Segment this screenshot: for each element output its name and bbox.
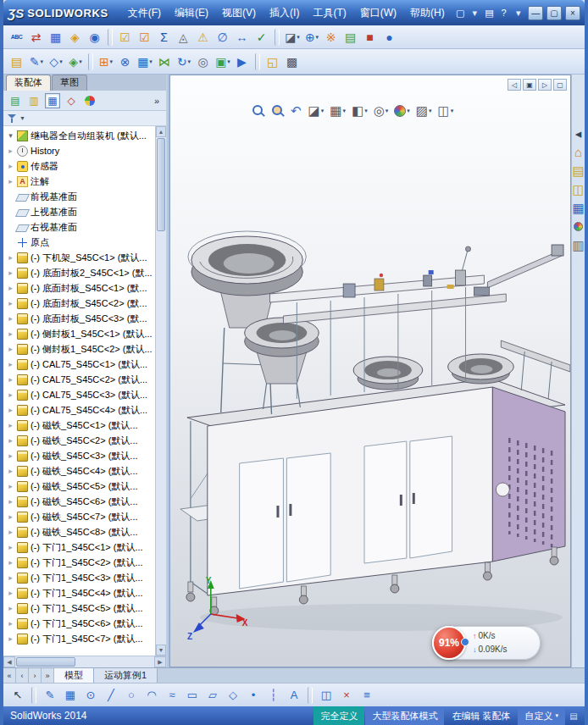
tree-item[interactable]: (-) CAL75_S45C<4> (默认... [3,402,155,418]
selection-filter[interactable]: ☑ [116,28,135,47]
centerline-tool[interactable]: ┆ [264,686,283,705]
tree-expand-arrow[interactable] [7,421,14,429]
design-table[interactable]: ▦ [47,28,65,47]
tree-item-front-plane[interactable]: 前视基准面 [3,189,155,204]
custom-properties[interactable]: ▥ [573,239,585,252]
ellipse-tool[interactable]: ○ [122,686,141,705]
move-component[interactable]: ⊕▾ [302,28,321,47]
scroll-track-horizontal[interactable] [76,656,154,667]
tree-item-root-assembly[interactable]: 继电器全自动组装机 (默认... [3,128,155,143]
line-tool[interactable]: ╱ [102,686,120,705]
arc-tool[interactable]: ◠ [142,686,161,705]
speed-monitor-widget[interactable]: 91% ↑0K/s ↓0.09K/s [432,626,541,660]
tree-expand-arrow[interactable] [7,634,14,643]
smart-dimension[interactable]: ◇▾ [47,53,65,71]
tree-item[interactable]: (-) 下机架_S45C<1> (默认... [3,250,155,265]
maximize-button[interactable]: ▢ [546,6,562,20]
help[interactable]: ? [497,5,510,20]
mass-properties[interactable]: ◬ [175,28,193,47]
scroll-thumb[interactable] [157,138,165,231]
tree-expand-arrow[interactable] [7,314,14,323]
tab-model[interactable]: 模型 [54,668,94,683]
tree-item[interactable]: (-) 磁铁_S45C<8> (默认... [3,524,155,540]
file-explorer[interactable]: ◫ [573,183,585,196]
tree-expand-arrow[interactable] [7,558,14,567]
featuremanager-tree-tab[interactable]: ▤ [8,93,23,108]
propertymanager-tab[interactable]: ▥ [26,93,42,108]
new-document-dropdown[interactable]: ▾ [469,5,481,20]
display-style[interactable]: ◧▾ [352,104,368,117]
rectangle-tool[interactable]: ▭ [183,686,202,705]
tree-expand-arrow[interactable] [7,512,14,521]
3d-viewport[interactable]: Y X Z ↶ ◪▾ ▦▾ [169,75,571,667]
minimize-button[interactable]: — [528,6,543,20]
tree-horizontal-scrollbar[interactable]: ◀ ▶ [3,656,166,667]
tree-expand-arrow[interactable] [7,589,14,597]
linear-component-pattern[interactable]: ▦▾ [136,53,154,71]
tree-expand-arrow[interactable] [7,619,14,628]
scroll-tabs-last[interactable]: » [42,668,54,683]
dimension-check[interactable]: ↔ [233,28,252,47]
view-orientation[interactable]: ▦▾ [330,104,346,117]
close-button[interactable]: × [565,6,580,20]
new-motion-study[interactable]: ▶ [233,53,252,71]
viewport-restore-window[interactable]: ▣ [523,79,536,91]
menu-tools[interactable]: 工具(T) [307,3,352,24]
tree-item[interactable]: (-) 下门1_S45C<3> (默认... [3,570,155,585]
tree-item[interactable]: (-) CAL75_S45C<3> (默认... [3,387,155,402]
tree-expand-arrow[interactable] [7,436,14,445]
tree-expand-arrow[interactable] [7,268,14,277]
polygon-tool[interactable]: ◇ [224,686,242,705]
cabinet-door-1[interactable] [240,458,284,589]
sketch-tool[interactable]: ✎ [41,686,59,705]
import-diagnostics[interactable]: ◈ [66,28,85,47]
smart-fasteners[interactable]: ⋈ [155,53,174,71]
tree-vertical-scrollbar[interactable]: ▲ ▼ [155,126,166,656]
tree-item[interactable]: (-) 底面封板_S45C<2> (默... [3,296,155,311]
tree-item[interactable]: (-) 磁铁_S45C<4> (默认... [3,463,155,479]
tree-item[interactable]: (-) 磁铁_S45C<7> (默认... [3,509,155,524]
status-custom-dropdown[interactable]: 自定义 ▾ [518,706,565,725]
tree-expand-arrow[interactable] [7,299,14,307]
cabinet-door-2[interactable] [286,453,330,582]
displaymanager-tab[interactable] [82,93,97,108]
tree-expand-arrow[interactable] [7,543,14,551]
tree-item[interactable]: (-) 下门1_S45C<2> (默认... [3,555,155,570]
section-view[interactable]: ◪▾ [283,28,302,47]
menu-edit[interactable]: 编辑(E) [169,3,214,24]
tree-item[interactable]: (-) 磁铁_S45C<5> (默认... [3,479,155,494]
status-options-icon[interactable]: ▤ [566,706,581,725]
tab-assembly[interactable]: 装配体 [6,75,51,91]
scroll-left-arrow[interactable]: ◀ [3,656,15,667]
viewport-maximize-window[interactable]: ▢ [553,79,567,91]
move-rotate-component[interactable]: ↻▾ [175,53,193,71]
zoom-to-fit[interactable] [252,104,265,117]
tree-item[interactable]: (-) 侧封板1_S45C<2> (默认... [3,341,155,357]
file-properties[interactable]: ▤ [483,5,496,20]
cabinet-door-4[interactable] [410,436,452,558]
solidworks-resources[interactable]: ⌂ [573,146,585,158]
slot-tool[interactable]: ▱ [203,686,222,705]
equations[interactable]: Σ [155,28,174,47]
dimxpertmanager-tab[interactable]: ◇ [64,93,79,108]
tree-item[interactable]: (-) 下门1_S45C<1> (默认... [3,540,155,555]
tree-item[interactable]: (-) 底面封板2_S45C<1> (默... [3,265,155,280]
scroll-tabs-prev[interactable]: ‹ [16,668,29,683]
design-library[interactable]: ▤ [573,164,585,177]
spell-checker[interactable]: ABC [8,28,26,47]
help-dropdown[interactable]: ▾ [512,5,524,20]
grid-system[interactable]: ▦ [61,686,80,705]
configurationmanager-tab[interactable]: ▦ [45,93,60,108]
show-hidden-components[interactable]: ◎ [194,53,213,71]
tree-item[interactable]: (-) 底面封板_S45C<1> (默... [3,280,155,296]
spline-tool[interactable]: ≈ [163,686,181,705]
menu-view[interactable]: 视图(V) [216,3,262,24]
tree-expand-arrow[interactable] [7,390,14,399]
view-palette[interactable]: ▦ [573,202,585,214]
mate[interactable]: ⊗ [116,53,135,71]
tree-expand-arrow[interactable] [7,528,14,536]
tree-expand-arrow[interactable] [7,573,14,582]
cabinet[interactable] [187,379,565,615]
trim-entities[interactable]: × [337,686,356,705]
section-view[interactable]: ◪▾ [308,104,325,117]
